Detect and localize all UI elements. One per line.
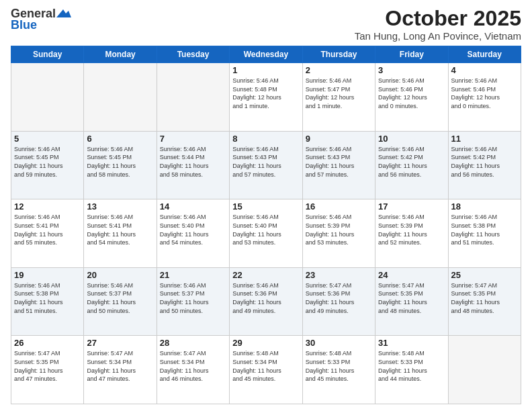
day-number: 13 (87, 201, 153, 212)
page: General Blue October 2025 Tan Hung, Long… (0, 0, 532, 411)
calendar-cell: 11Sunrise: 5:46 AM Sunset: 5:42 PM Dayli… (448, 131, 521, 199)
day-info: Sunrise: 5:48 AM Sunset: 5:34 PM Dayligh… (232, 349, 299, 383)
day-info: Sunrise: 5:47 AM Sunset: 5:34 PM Dayligh… (87, 349, 153, 383)
day-number: 24 (378, 270, 445, 280)
calendar-week-row: 19Sunrise: 5:46 AM Sunset: 5:38 PM Dayli… (11, 267, 521, 336)
calendar-cell: 2Sunrise: 5:46 AM Sunset: 5:47 PM Daylig… (302, 63, 375, 132)
day-header-monday: Monday (84, 46, 157, 63)
day-number: 23 (306, 270, 372, 280)
day-info: Sunrise: 5:46 AM Sunset: 5:42 PM Dayligh… (378, 145, 445, 179)
day-number: 26 (14, 338, 81, 348)
day-info: Sunrise: 5:47 AM Sunset: 5:35 PM Dayligh… (451, 281, 518, 315)
day-header-sunday: Sunday (11, 46, 84, 63)
day-info: Sunrise: 5:46 AM Sunset: 5:40 PM Dayligh… (232, 213, 299, 246)
month-title: October 2025 (355, 7, 521, 30)
calendar-week-row: 1Sunrise: 5:46 AM Sunset: 5:48 PM Daylig… (11, 63, 521, 132)
day-number: 29 (232, 338, 299, 348)
day-header-thursday: Thursday (302, 46, 375, 63)
calendar-cell: 27Sunrise: 5:47 AM Sunset: 5:34 PM Dayli… (84, 336, 157, 404)
calendar-cell: 4Sunrise: 5:46 AM Sunset: 5:46 PM Daylig… (448, 63, 521, 132)
logo: General Blue (11, 7, 71, 32)
day-number: 5 (14, 134, 81, 144)
day-info: Sunrise: 5:46 AM Sunset: 5:47 PM Dayligh… (306, 77, 372, 110)
calendar-cell: 12Sunrise: 5:46 AM Sunset: 5:41 PM Dayli… (11, 199, 84, 268)
calendar-cell: 24Sunrise: 5:47 AM Sunset: 5:35 PM Dayli… (375, 267, 448, 336)
day-info: Sunrise: 5:46 AM Sunset: 5:41 PM Dayligh… (87, 213, 153, 246)
day-info: Sunrise: 5:48 AM Sunset: 5:33 PM Dayligh… (378, 349, 445, 383)
day-number: 9 (306, 134, 372, 144)
header: General Blue October 2025 Tan Hung, Long… (11, 7, 521, 42)
calendar-cell: 7Sunrise: 5:46 AM Sunset: 5:44 PM Daylig… (157, 131, 229, 199)
calendar-cell: 14Sunrise: 5:46 AM Sunset: 5:40 PM Dayli… (157, 199, 229, 268)
day-info: Sunrise: 5:46 AM Sunset: 5:39 PM Dayligh… (306, 213, 372, 246)
day-number: 27 (87, 338, 153, 348)
day-number: 19 (14, 270, 81, 280)
day-number: 2 (306, 65, 372, 75)
calendar-cell: 28Sunrise: 5:47 AM Sunset: 5:34 PM Dayli… (157, 336, 229, 404)
day-number: 11 (451, 134, 518, 144)
day-info: Sunrise: 5:46 AM Sunset: 5:44 PM Dayligh… (160, 145, 226, 179)
day-info: Sunrise: 5:46 AM Sunset: 5:40 PM Dayligh… (160, 213, 226, 246)
calendar-week-row: 26Sunrise: 5:47 AM Sunset: 5:35 PM Dayli… (11, 336, 521, 404)
day-info: Sunrise: 5:46 AM Sunset: 5:45 PM Dayligh… (14, 145, 81, 179)
calendar-cell: 22Sunrise: 5:46 AM Sunset: 5:36 PM Dayli… (230, 267, 302, 336)
day-info: Sunrise: 5:46 AM Sunset: 5:46 PM Dayligh… (451, 77, 518, 110)
calendar-cell: 16Sunrise: 5:46 AM Sunset: 5:39 PM Dayli… (302, 199, 375, 268)
day-number: 21 (160, 270, 226, 280)
location-title: Tan Hung, Long An Povince, Vietnam (355, 30, 521, 42)
calendar-cell (11, 63, 84, 132)
day-number: 20 (87, 270, 153, 280)
day-info: Sunrise: 5:46 AM Sunset: 5:42 PM Dayligh… (451, 145, 518, 179)
day-info: Sunrise: 5:46 AM Sunset: 5:37 PM Dayligh… (87, 281, 153, 315)
calendar-cell: 20Sunrise: 5:46 AM Sunset: 5:37 PM Dayli… (84, 267, 157, 336)
title-block: October 2025 Tan Hung, Long An Povince, … (355, 7, 521, 42)
calendar-cell: 25Sunrise: 5:47 AM Sunset: 5:35 PM Dayli… (448, 267, 521, 336)
day-header-wednesday: Wednesday (230, 46, 302, 63)
day-number: 14 (160, 201, 226, 212)
day-info: Sunrise: 5:46 AM Sunset: 5:43 PM Dayligh… (306, 145, 372, 179)
day-number: 4 (451, 65, 518, 75)
calendar-cell: 19Sunrise: 5:46 AM Sunset: 5:38 PM Dayli… (11, 267, 84, 336)
day-header-saturday: Saturday (448, 46, 521, 63)
day-info: Sunrise: 5:47 AM Sunset: 5:36 PM Dayligh… (306, 281, 372, 315)
day-number: 15 (232, 201, 299, 212)
day-number: 30 (306, 338, 372, 348)
calendar-cell: 21Sunrise: 5:46 AM Sunset: 5:37 PM Dayli… (157, 267, 229, 336)
day-number: 16 (306, 201, 372, 212)
day-info: Sunrise: 5:47 AM Sunset: 5:34 PM Dayligh… (160, 349, 226, 383)
day-number: 1 (232, 65, 299, 75)
calendar-cell: 1Sunrise: 5:46 AM Sunset: 5:48 PM Daylig… (230, 63, 302, 132)
calendar-cell: 15Sunrise: 5:46 AM Sunset: 5:40 PM Dayli… (230, 199, 302, 268)
day-info: Sunrise: 5:46 AM Sunset: 5:43 PM Dayligh… (232, 145, 299, 179)
calendar-table: SundayMondayTuesdayWednesdayThursdayFrid… (11, 46, 521, 404)
calendar-week-row: 12Sunrise: 5:46 AM Sunset: 5:41 PM Dayli… (11, 199, 521, 268)
logo-blue: Blue (11, 18, 37, 32)
day-info: Sunrise: 5:46 AM Sunset: 5:48 PM Dayligh… (232, 77, 299, 110)
calendar-week-row: 5Sunrise: 5:46 AM Sunset: 5:45 PM Daylig… (11, 131, 521, 199)
calendar-cell: 9Sunrise: 5:46 AM Sunset: 5:43 PM Daylig… (302, 131, 375, 199)
day-info: Sunrise: 5:47 AM Sunset: 5:35 PM Dayligh… (14, 349, 81, 383)
day-info: Sunrise: 5:46 AM Sunset: 5:39 PM Dayligh… (378, 213, 445, 246)
calendar-cell: 5Sunrise: 5:46 AM Sunset: 5:45 PM Daylig… (11, 131, 84, 199)
day-info: Sunrise: 5:46 AM Sunset: 5:37 PM Dayligh… (160, 281, 226, 315)
day-number: 8 (232, 134, 299, 144)
calendar-cell: 6Sunrise: 5:46 AM Sunset: 5:45 PM Daylig… (84, 131, 157, 199)
day-number: 6 (87, 134, 153, 144)
day-number: 17 (378, 201, 445, 212)
day-number: 7 (160, 134, 226, 144)
calendar-cell: 13Sunrise: 5:46 AM Sunset: 5:41 PM Dayli… (84, 199, 157, 268)
day-number: 22 (232, 270, 299, 280)
svg-marker-0 (56, 9, 71, 17)
day-info: Sunrise: 5:47 AM Sunset: 5:35 PM Dayligh… (378, 281, 445, 315)
calendar-cell: 31Sunrise: 5:48 AM Sunset: 5:33 PM Dayli… (375, 336, 448, 404)
day-header-friday: Friday (375, 46, 448, 63)
calendar-cell (448, 336, 521, 404)
day-number: 28 (160, 338, 226, 348)
day-number: 31 (378, 338, 445, 348)
day-info: Sunrise: 5:46 AM Sunset: 5:41 PM Dayligh… (14, 213, 81, 246)
day-number: 12 (14, 201, 81, 212)
calendar-cell (157, 63, 229, 132)
day-number: 18 (451, 201, 518, 212)
calendar-cell: 29Sunrise: 5:48 AM Sunset: 5:34 PM Dayli… (230, 336, 302, 404)
logo-icon (56, 8, 71, 19)
